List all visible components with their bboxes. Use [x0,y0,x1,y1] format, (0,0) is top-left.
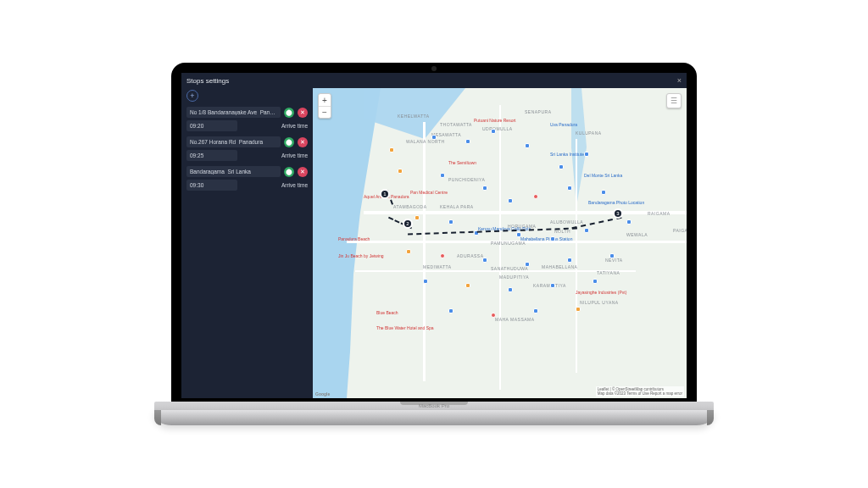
region-label: TATIYANA [597,270,620,275]
poi-icon [601,190,606,195]
pin-icon[interactable]: ⬤ [284,108,294,118]
poi-icon [550,283,555,288]
region-label: SANATHUDUWA [491,266,528,271]
poi-label: Jayasinghe Industries (Pvt) [576,290,626,295]
app-window: Stops settings × + ⬤ ✕ Arrive time [181,73,687,398]
poi-label: Blue Beach [376,310,398,315]
region-label: ADURASSA [457,253,484,258]
stop-address-input[interactable] [186,107,281,118]
stop-time-input[interactable] [186,180,237,191]
poi-icon [584,152,589,157]
region-label: KULUPANA [576,130,602,136]
poi-icon [525,143,530,148]
laptop-base [154,410,714,425]
poi-icon [559,164,564,169]
region-label: MAHA MASSAMA [495,317,535,322]
poi-icon [525,262,530,267]
poi-icon [533,194,538,199]
road [499,105,501,390]
poi-label: Del Monte Sri Lanka [584,173,622,178]
water-area [313,88,381,398]
poi-icon [508,287,513,292]
poi-icon [440,173,445,178]
region-label: NEVITA [605,258,623,263]
region-label: THOTAWATTA [440,122,472,127]
poi-label: The Blue Water Hotel and Spa [376,325,434,330]
laptop-mockup: Stops settings × + ⬤ ✕ Arrive time [154,63,714,425]
poi-icon [491,129,496,134]
arrive-time-label: Arrive time [281,152,308,158]
poi-icon [482,258,487,263]
poi-icon [465,283,470,288]
region-label: PUNCHIDENIYA [448,177,485,182]
stop-time-input[interactable] [186,150,237,161]
poi-label: Panadura Beach [338,236,370,241]
poi-icon [448,308,453,313]
region-label: PAIGA [673,228,687,233]
poi-icon [584,228,589,233]
delete-icon[interactable]: ✕ [298,137,308,147]
poi-icon [448,219,453,225]
road [364,211,687,214]
poi-icon [508,198,513,203]
add-stop-button[interactable]: + [186,90,198,102]
map-marker-1[interactable]: 1 [380,189,390,199]
poi-icon [550,236,555,241]
region-label: UDPOMULLA [482,126,513,131]
map-provider-label: Google [315,391,330,396]
stop-item: ⬤ ✕ Arrive time [186,136,308,161]
sidebar: + ⬤ ✕ Arrive time [181,88,313,398]
region-label: MEDIWATTA [423,264,452,269]
pin-icon[interactable]: ⬤ [284,167,294,177]
poi-icon [593,279,598,284]
stop-time-input[interactable] [186,120,237,131]
laptop-label: MacBook Pro [419,403,449,408]
region-label: WEWALA [626,232,648,237]
layers-button[interactable]: ☰ [666,93,682,108]
road [576,139,577,373]
zoom-control: + − [318,93,331,119]
close-icon[interactable]: × [677,76,682,85]
stop-address-input[interactable] [186,136,281,147]
poi-icon [626,219,632,225]
map[interactable]: WALANA NORTHSENAPURAKEHELWATTATHOTAWATTA… [313,88,687,398]
stop-item: ⬤ ✕ Arrive time [186,107,308,131]
map-attribution: Leaflet | © OpenStreetMap contributors M… [596,386,684,396]
delete-icon[interactable]: ✕ [298,167,308,177]
region-label: ATAMBAGODA [393,204,427,209]
region-label: RAIGAMA [648,211,670,216]
poi-icon [406,249,411,254]
poi-icon [609,253,615,258]
road [423,122,426,381]
delete-icon[interactable]: ✕ [298,108,308,118]
region-label: NILUPUL UYANA [580,300,619,305]
poi-label: Sri Lanka Institute [550,152,584,157]
region-label: MADUPITIYA [499,274,529,280]
map-marker-3[interactable]: 3 [613,208,623,219]
webcam-dot [431,66,437,71]
zoom-in-button[interactable]: + [319,94,331,106]
poi-label: Putuani Nature Resort [474,118,515,123]
poi-icon [431,135,437,140]
poi-icon [533,308,538,313]
stop-address-input[interactable] [186,166,281,177]
poi-icon [516,232,521,237]
page-title: Stops settings [186,77,229,85]
poi-label: Jin Ju Beach by Jetwing [338,253,384,258]
arrive-time-label: Arrive time [281,123,308,129]
region-label: WALANA NORTH [406,139,445,144]
poi-icon [415,215,420,220]
poi-icon [567,186,572,191]
pin-icon[interactable]: ⬤ [284,137,294,147]
region-label: KEHALA PARA [440,204,474,209]
poi-label: Uva Panadura [550,122,577,127]
poi-label: Bandaragama Photo Location [588,200,644,205]
poi-label: Mahabellana Piliyas Station [520,236,572,241]
zoom-out-button[interactable]: − [319,106,331,118]
arrive-time-label: Arrive time [281,182,308,188]
laptop-screen: Stops settings × + ⬤ ✕ Arrive time [171,63,697,402]
region-label: KEHELWATTA [398,114,430,119]
poi-icon [423,279,428,284]
poi-icon [440,253,445,258]
map-marker-2[interactable]: 2 [403,219,413,229]
